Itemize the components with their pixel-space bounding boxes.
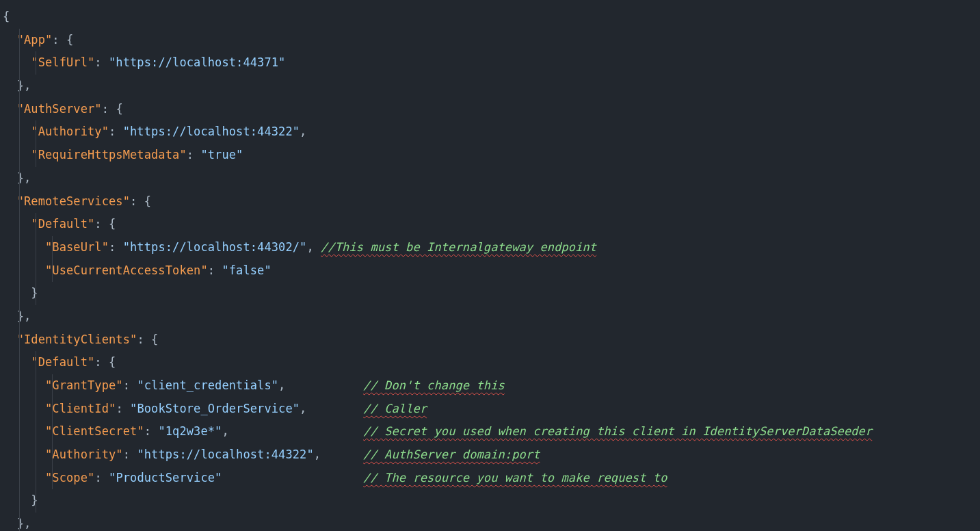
code-token: : [137, 333, 151, 346]
code-line[interactable]: "Authority": "https://localhost:44322", [3, 120, 977, 144]
code-editor[interactable]: { "App": { "SelfUrl": "https://localhost… [0, 0, 980, 531]
line-content: "Authority": "https://localhost:44322", … [3, 448, 540, 461]
indent-guide [19, 489, 20, 513]
code-token: { [66, 33, 73, 47]
code-line[interactable]: "AuthServer": { [3, 98, 977, 121]
indent-guide [19, 351, 20, 374]
code-token: : [109, 125, 123, 138]
line-content: "RemoteServices": { [3, 194, 151, 208]
indent-guide [19, 467, 20, 490]
code-line[interactable]: { [3, 5, 977, 29]
code-line[interactable]: }, [3, 75, 977, 98]
code-token: : [208, 263, 222, 277]
code-comment: // Caller [363, 402, 427, 415]
line-content: "Scope": "ProductService" // The resourc… [3, 471, 667, 484]
code-token: : [94, 55, 109, 69]
indent-guide [19, 190, 20, 213]
code-token: } [31, 493, 38, 507]
code-token: : [94, 355, 109, 369]
code-line[interactable]: "ClientSecret": "1q2w3e*", // Secret you… [3, 420, 977, 443]
indent-guide [19, 51, 20, 75]
code-token: "App" [17, 33, 53, 47]
code-line[interactable]: "BaseUrl": "https://localhost:44302/", /… [3, 236, 977, 259]
line-content: "ClientSecret": "1q2w3e*", // Secret you… [3, 424, 872, 438]
indent-guide [19, 75, 20, 98]
code-token: : [123, 378, 137, 392]
code-token: : [116, 402, 130, 415]
code-line[interactable]: "Scope": "ProductService" // The resourc… [3, 467, 977, 490]
indent-guide [19, 213, 20, 236]
indent-guide [19, 236, 20, 259]
indent-guide [36, 259, 36, 283]
line-content: { [3, 10, 10, 23]
code-comment: // The resource you want to make request… [363, 471, 667, 484]
line-content: "UseCurrentAccessToken": "false" [3, 263, 272, 277]
code-token: "AuthServer" [17, 102, 102, 116]
code-token: "https://localhost:44371" [109, 55, 285, 69]
code-token: { [144, 194, 151, 208]
indent-guide [36, 467, 36, 490]
code-line[interactable]: "RequireHttpsMetadata": "true" [3, 144, 977, 167]
code-token: "https://localhost:44322" [137, 448, 313, 461]
code-line[interactable]: "Default": { [3, 351, 977, 374]
code-token: "true" [200, 148, 243, 161]
indent-guide [36, 144, 36, 167]
code-line[interactable]: } [3, 282, 977, 305]
line-content: "IdentityClients": { [3, 333, 158, 346]
line-content: } [3, 493, 38, 507]
code-token: { [151, 333, 158, 346]
indent-guide [36, 374, 36, 398]
indent-guide [36, 351, 36, 374]
code-token: "false" [222, 263, 271, 277]
line-content: "App": { [3, 33, 73, 47]
code-line[interactable]: "Authority": "https://localhost:44322", … [3, 443, 977, 467]
line-content: "RequireHttpsMetadata": "true" [3, 148, 243, 161]
indent-guide [19, 420, 20, 443]
code-line[interactable]: "Default": { [3, 213, 977, 236]
code-line[interactable]: "SelfUrl": "https://localhost:44371" [3, 51, 977, 75]
indent-guide [19, 144, 20, 167]
code-comment: // Don't change this [363, 378, 505, 392]
code-token: "Authority" [45, 448, 123, 461]
code-token: "https://localhost:44302/" [123, 240, 307, 254]
line-content: }, [3, 309, 31, 323]
code-token: , [314, 448, 321, 461]
line-content: } [3, 286, 38, 300]
code-token: , [222, 424, 228, 438]
code-line[interactable]: }, [3, 513, 977, 531]
code-token: : [123, 448, 137, 461]
indent-guide [52, 236, 53, 259]
indent-guide [36, 398, 36, 421]
indent-guide [19, 374, 20, 398]
code-token: , [24, 171, 31, 185]
code-line[interactable]: "ClientId": "BookStore_OrderService", //… [3, 398, 977, 421]
indent-guide [19, 305, 20, 328]
indent-guide [19, 282, 20, 305]
code-token: "BaseUrl" [45, 240, 109, 254]
code-token: "SelfUrl" [31, 55, 94, 69]
code-token: "1q2w3e*" [158, 424, 222, 438]
code-line[interactable]: "App": { [3, 29, 977, 52]
code-line[interactable]: }, [3, 167, 977, 190]
line-content: "SelfUrl": "https://localhost:44371" [3, 55, 285, 69]
code-token: : [94, 217, 109, 231]
code-line[interactable]: "UseCurrentAccessToken": "false" [3, 259, 977, 283]
code-token: "ClientId" [45, 402, 116, 415]
indent-guide [36, 51, 36, 75]
indent-guide [19, 443, 20, 467]
code-line[interactable]: }, [3, 305, 977, 328]
code-line[interactable]: "GrantType": "client_credentials", // Do… [3, 374, 977, 398]
code-line[interactable]: "IdentityClients": { [3, 328, 977, 352]
code-comment: // AuthServer domain:port [363, 448, 540, 461]
line-content: "BaseUrl": "https://localhost:44302/", /… [3, 240, 596, 254]
code-token: } [17, 517, 24, 530]
indent-guide [19, 513, 20, 531]
code-token: : [144, 424, 159, 438]
indent-guide [36, 120, 36, 144]
code-line[interactable]: "RemoteServices": { [3, 190, 977, 213]
code-line[interactable]: } [3, 489, 977, 513]
indent-guide [19, 259, 20, 283]
code-token: "GrantType" [45, 378, 123, 392]
code-token: { [116, 102, 122, 116]
code-token: { [109, 355, 116, 369]
